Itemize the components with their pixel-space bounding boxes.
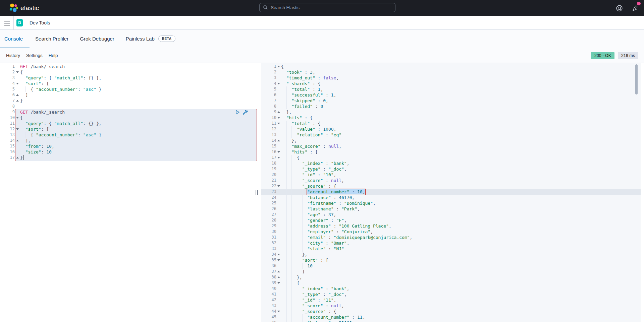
response-code-line[interactable]: 15 "max_score" : null, (261, 143, 641, 149)
fold-toggle-icon[interactable] (277, 83, 280, 84)
fold-toggle-icon[interactable] (277, 117, 280, 119)
tab-console[interactable]: Console (0, 30, 30, 48)
code-text[interactable] (20, 104, 258, 109)
request-code-line[interactable]: 11 "query": { "match_all": {} }, (0, 121, 258, 126)
send-request-button[interactable] (235, 110, 240, 115)
request-code-line[interactable]: 2{ (0, 69, 258, 75)
code-text[interactable]: { "account_number": "asc" } (20, 86, 258, 92)
request-code-line[interactable]: 14 ], (0, 138, 258, 143)
request-code-line[interactable]: 10{ (0, 115, 258, 121)
response-code-line[interactable]: 27 "age" : 37, (261, 212, 641, 217)
code-text[interactable]: "total" : { (281, 121, 641, 126)
response-code-line[interactable]: 29 "address" : "100 Gatling Place", (261, 223, 641, 229)
request-code-line[interactable]: 16 "size": 10 (0, 149, 258, 155)
code-text[interactable]: }, (281, 274, 641, 280)
response-code-line[interactable]: 45 "account_number" : 11, (261, 314, 641, 320)
code-text[interactable]: { (281, 64, 641, 69)
request-options-button[interactable] (243, 110, 248, 115)
history-link[interactable]: History (6, 53, 20, 58)
code-text[interactable]: "firstname" : "Dominique", (281, 200, 641, 206)
fold-toggle-icon[interactable] (16, 128, 19, 130)
request-editor[interactable]: 1GET /bank/_search2{3 "query": { "match_… (0, 63, 258, 322)
response-code-line[interactable]: 32 "city" : "Omar", (261, 240, 641, 246)
fold-toggle-icon[interactable] (277, 123, 280, 124)
fold-toggle-icon[interactable] (277, 254, 280, 255)
request-code-line[interactable]: 6 ] (0, 92, 258, 98)
fold-toggle-icon[interactable] (277, 276, 280, 278)
code-text[interactable]: "_index" : "bank", (281, 160, 641, 166)
response-code-line[interactable]: 3 "timed_out" : false, (261, 75, 641, 81)
code-text[interactable]: "_id" : "11", (281, 297, 641, 303)
code-text[interactable]: }, (281, 109, 641, 115)
app-icon-badge[interactable]: D (16, 19, 23, 26)
code-text[interactable]: { (20, 69, 258, 75)
fold-toggle-icon[interactable] (277, 259, 280, 261)
code-text[interactable]: "size": 10 (20, 149, 258, 155)
code-text[interactable]: "took" : 3, (281, 69, 641, 75)
response-code-line[interactable]: 44 "_source" : { (261, 309, 641, 314)
response-code-line[interactable]: 34 }, (261, 252, 641, 257)
response-code-line[interactable]: 28 "gender" : "F", (261, 217, 641, 223)
response-code-line[interactable]: 22 "_source" : { (261, 183, 641, 189)
request-code-line[interactable]: 9GET /bank/_search (0, 109, 258, 115)
code-text[interactable]: "_score" : null, (281, 303, 641, 309)
fold-toggle-icon[interactable] (277, 185, 280, 187)
code-text[interactable]: GET /bank/_search (20, 109, 258, 115)
fold-toggle-icon[interactable] (16, 94, 19, 96)
response-code-line[interactable]: 39 { (261, 280, 641, 286)
code-text[interactable]: { (20, 115, 258, 121)
response-code-line[interactable]: 14 }, (261, 138, 641, 143)
response-viewer[interactable]: 1{2 "took" : 3,3 "timed_out" : false,4 "… (261, 63, 641, 322)
code-text[interactable]: }, (281, 138, 641, 143)
fold-toggle-icon[interactable] (16, 83, 19, 84)
code-text[interactable]: ], (20, 138, 258, 143)
fold-toggle-icon[interactable] (277, 111, 280, 113)
settings-link[interactable]: Settings (26, 53, 43, 58)
response-code-line[interactable]: 41 "_type" : "_doc", (261, 292, 641, 297)
response-code-line[interactable]: 31 "email" : "dominiquepark@conjurica.co… (261, 235, 641, 240)
code-text[interactable]: "email" : "dominiquepark@conjurica.com", (281, 235, 641, 240)
response-code-line[interactable]: 30 "employer" : "Conjurica", (261, 229, 641, 235)
response-code-line[interactable]: 33 "state" : "NJ" (261, 246, 641, 252)
code-text[interactable]: "balance" : 46170, (281, 195, 641, 200)
response-code-line[interactable]: 26 "lastname" : "Park", (261, 206, 641, 212)
fold-toggle-icon[interactable] (16, 140, 19, 141)
code-text[interactable]: "_source" : { (281, 183, 641, 189)
response-code-line[interactable]: 7 "skipped" : 0, (261, 98, 641, 104)
response-code-line[interactable]: 16 "hits" : [ (261, 149, 641, 155)
response-code-line[interactable]: 18 "_index" : "bank", (261, 160, 641, 166)
response-code-line[interactable]: 5 "total" : 1, (261, 86, 641, 92)
code-text[interactable]: { (281, 155, 641, 160)
fold-toggle-icon[interactable] (16, 71, 19, 73)
tab-grok-debugger[interactable]: Grok Debugger (74, 30, 120, 48)
code-text[interactable]: "successful" : 1, (281, 92, 641, 98)
request-code-line[interactable]: 15 "from": 10, (0, 143, 258, 149)
response-code-line[interactable]: 12 "value" : 1000, (261, 126, 641, 132)
response-code-line[interactable]: 23 "account_number" : 10, (261, 189, 641, 195)
code-text[interactable]: "_shards" : { (281, 81, 641, 86)
code-text[interactable]: "sort": [ (20, 81, 258, 86)
code-text[interactable]: } (20, 98, 258, 104)
response-code-line[interactable]: 10 "hits" : { (261, 115, 641, 121)
response-code-line[interactable]: 35 "sort" : [ (261, 257, 641, 263)
response-code-line[interactable]: 40 "_index" : "bank", (261, 286, 641, 292)
code-text[interactable]: "timed_out" : false, (281, 75, 641, 81)
response-code-line[interactable]: 36 10 (261, 263, 641, 269)
fold-toggle-icon[interactable] (277, 311, 280, 312)
response-code-line[interactable]: 38 }, (261, 274, 641, 280)
response-code-line[interactable]: 25 "firstname" : "Dominique", (261, 200, 641, 206)
code-text[interactable]: "hits" : [ (281, 149, 641, 155)
code-text[interactable]: ] (281, 269, 641, 274)
fold-toggle-icon[interactable] (277, 151, 280, 153)
code-text[interactable]: "age" : 37, (281, 212, 641, 217)
code-text[interactable]: "_type" : "_doc", (281, 292, 641, 297)
request-code-line[interactable]: 1GET /bank/_search (0, 64, 258, 69)
code-text[interactable]: "query": { "match_all": {} }, (20, 121, 258, 126)
code-text[interactable]: "sort" : [ (281, 257, 641, 263)
code-text[interactable]: "skipped" : 0, (281, 98, 641, 104)
tab-search-profiler[interactable]: Search Profiler (30, 30, 74, 48)
code-text[interactable]: "relation" : "eq" (281, 132, 641, 138)
code-text[interactable]: "_source" : { (281, 309, 641, 314)
response-code-line[interactable]: 2 "took" : 3, (261, 69, 641, 75)
code-text[interactable]: "sort": [ (20, 126, 258, 132)
